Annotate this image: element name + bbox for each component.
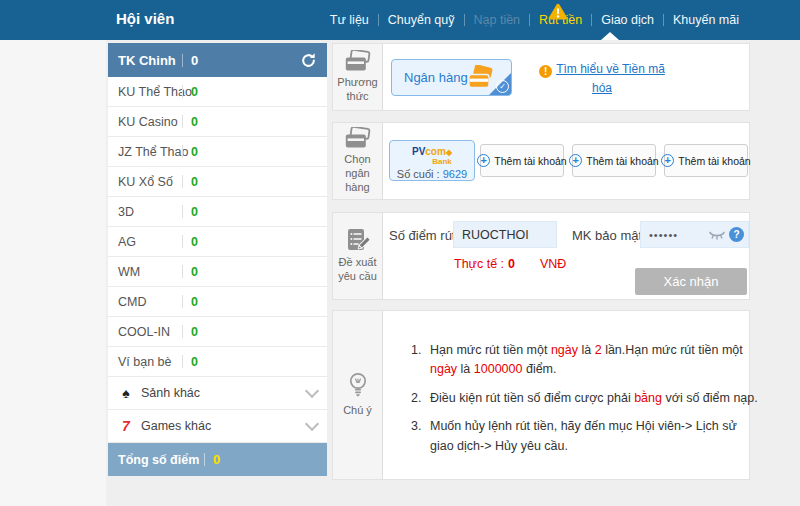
account-label: KU Xổ Số <box>118 175 182 189</box>
check-icon <box>496 80 509 93</box>
account-balance: 0 <box>191 115 198 129</box>
sidebar-account-row: KU Xổ Số 0 <box>108 167 327 197</box>
note-item: Điều kiện rút tiền số điểm cược phải bằn… <box>425 389 761 408</box>
add-account-button[interactable]: Thêm tài khoản <box>664 144 748 177</box>
account-balance: 0 <box>191 325 198 339</box>
sidebar-accounts: KU Thể Thao 0 KU Casino 0 JZ Thể Thao 0 … <box>108 77 327 377</box>
plus-circle-icon <box>477 154 490 167</box>
bank-method-label: Ngân hàng <box>404 70 468 85</box>
nav-item[interactable]: Tư liệu <box>330 13 369 27</box>
divider <box>182 205 183 218</box>
method-label-box: Phương thức <box>333 44 383 110</box>
crypto-info: Tìm hiểu về Tiền mã hóa <box>531 60 673 97</box>
divider <box>182 85 183 98</box>
account-label: AG <box>118 235 182 249</box>
nav-item[interactable]: Chuyển quỹ <box>388 13 455 27</box>
sidebar-account-row: Ví bạn bè 0 <box>108 347 327 377</box>
request-label: Đề xuất yêu cầu <box>335 256 380 284</box>
card-last-digits: Số cuối : 9629 <box>390 168 474 180</box>
account-balance: 0 <box>191 175 198 189</box>
refresh-icon <box>300 52 317 69</box>
bank-card-pvcombank[interactable]: PVcom Bank Số cuối : 9629 <box>389 140 475 181</box>
seven-icon: 7 <box>118 418 134 434</box>
nav-item[interactable]: Giao dịch <box>601 13 654 27</box>
eye-closed-icon[interactable] <box>709 231 725 242</box>
main-account-balance: 0 <box>191 53 198 68</box>
info-alert-icon <box>539 65 552 78</box>
sidebar-groups: ♠ Sảnh khác 7 Games khác <box>108 377 327 443</box>
nav-item[interactable]: Khuyến mãi <box>673 13 739 27</box>
nav-divider <box>663 14 664 26</box>
account-label: KU Casino <box>118 115 182 129</box>
account-label: KU Thể Thao <box>118 85 182 99</box>
sidebar-account-row: KU Thể Thao 0 <box>108 77 327 107</box>
add-account-button[interactable]: Thêm tài khoản <box>480 144 564 177</box>
chevron-down-icon <box>305 383 319 397</box>
warning-triangle-icon <box>548 3 568 20</box>
request-section: Đề xuất yêu cầu Số điểm rút : MK bảo mật… <box>332 212 750 300</box>
currency-label: VNĐ <box>540 257 566 271</box>
account-balance: 0 <box>191 355 198 369</box>
sidebar-account-row: AG 0 <box>108 227 327 257</box>
sidebar-account-row: CMD 0 <box>108 287 327 317</box>
total-points-bar: Tổng số điểm 0 <box>108 443 327 476</box>
pvcombank-logo-bank: Bank <box>410 158 474 166</box>
account-balance: 0 <box>191 205 198 219</box>
sidebar-account-row: COOL-IN 0 <box>108 317 327 347</box>
divider <box>182 235 183 248</box>
divider <box>182 295 183 308</box>
account-label: CMD <box>118 295 182 309</box>
method-label: Phương thức <box>335 76 380 104</box>
account-label: 3D <box>118 205 182 219</box>
add-account-button[interactable]: Thêm tài khoản <box>572 144 656 177</box>
pvcombank-logo: PVcom <box>390 147 474 157</box>
account-balance: 0 <box>191 235 198 249</box>
note-label: Chú ý <box>343 404 372 418</box>
note-list: Hạn mức rút tiền một ngày là 2 lần.Hạn m… <box>405 341 761 465</box>
bank-label-box: Chọn ngân hàng <box>333 123 383 199</box>
bank-section: Chọn ngân hàng PVcom Bank Số cuối : 9629… <box>332 122 750 200</box>
main-account-bar: TK Chinh 0 <box>108 43 327 77</box>
actual-value: 0 <box>508 257 515 271</box>
password-label: MK bảo mật : <box>572 228 649 243</box>
refresh-balance-button[interactable] <box>299 51 317 69</box>
left-margin <box>0 40 106 506</box>
divider <box>182 325 183 338</box>
note-item: Muốn hủy lệnh rút tiền, hãy đến mục Hội … <box>425 417 761 456</box>
confirm-button[interactable]: Xác nhận <box>635 268 747 295</box>
divider <box>182 54 183 67</box>
add-account-label: Thêm tài khoản <box>494 155 566 167</box>
chevron-down-icon <box>305 416 319 430</box>
pv-diamond-icon <box>446 148 452 157</box>
request-form-icon <box>346 228 370 251</box>
main-account-label: TK Chinh <box>118 53 182 68</box>
nav-divider <box>378 14 379 26</box>
group-label: Games khác <box>141 419 211 433</box>
sidebar-group-row[interactable]: 7 Games khác <box>108 410 327 443</box>
nav-divider <box>464 14 465 26</box>
account-label: WM <box>118 265 182 279</box>
points-label: Số điểm rút : <box>389 228 463 243</box>
plus-circle-icon <box>661 154 674 167</box>
account-balance: 0 <box>191 265 198 279</box>
password-field <box>640 221 749 248</box>
divider <box>182 115 183 128</box>
account-balance: 0 <box>191 145 198 159</box>
sidebar-group-row[interactable]: ♠ Sảnh khác <box>108 377 327 410</box>
bank-method-button[interactable]: Ngân hàng <box>391 59 512 96</box>
account-balance: 0 <box>191 295 198 309</box>
crypto-link[interactable]: Tìm hiểu về Tiền mã hóa <box>556 62 665 95</box>
bank-cards-icon <box>345 50 371 71</box>
nav-item[interactable]: Nạp tiền <box>474 13 521 27</box>
group-label: Sảnh khác <box>141 386 200 400</box>
last-digits-value: 9629 <box>443 168 467 180</box>
spade-icon: ♠ <box>118 385 134 401</box>
account-label: JZ Thể Thao <box>118 145 182 159</box>
password-input[interactable] <box>641 222 711 247</box>
help-icon[interactable] <box>729 227 744 242</box>
add-account-label: Thêm tài khoản <box>586 155 658 167</box>
divider <box>204 453 205 466</box>
bulb-icon <box>347 372 369 399</box>
points-input[interactable] <box>453 221 557 248</box>
sidebar-account-row: JZ Thể Thao 0 <box>108 137 327 167</box>
